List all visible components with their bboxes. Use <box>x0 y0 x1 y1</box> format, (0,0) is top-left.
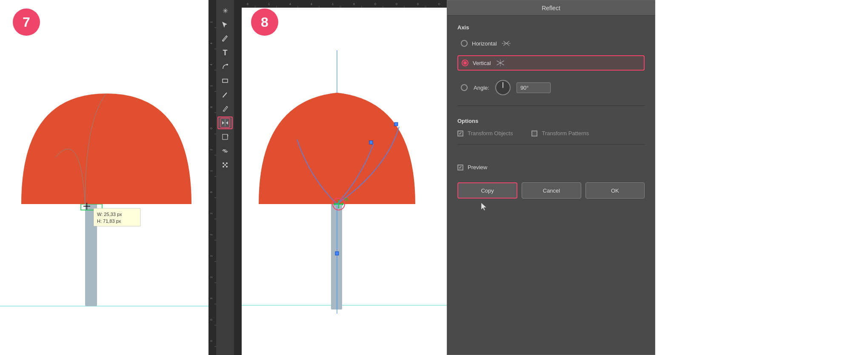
tool-pen[interactable] <box>217 18 233 31</box>
transform-patterns-label: Transform Patterns <box>542 130 589 136</box>
reflect-dialog: Reflect Axis Horizontal Vertical <box>447 0 655 355</box>
svg-point-51 <box>224 164 226 166</box>
svg-text:1: 1 <box>210 21 213 23</box>
svg-text:1: 1 <box>210 85 213 87</box>
angle-radio[interactable] <box>461 84 468 91</box>
svg-text:6: 6 <box>210 191 213 193</box>
svg-text:2: 2 <box>210 234 213 236</box>
preview-checkbox[interactable] <box>457 165 463 170</box>
tool-asterisk[interactable]: ✳ <box>217 4 233 17</box>
svg-text:0: 0 <box>374 3 376 6</box>
svg-text:3: 3 <box>210 298 213 299</box>
svg-rect-9 <box>208 6 216 355</box>
step8-badge: 8 <box>251 9 278 36</box>
svg-text:W: 25,33 px: W: 25,33 px <box>97 212 122 217</box>
angle-dial[interactable] <box>495 80 511 95</box>
tool-list: ✳ T <box>217 2 233 171</box>
svg-text:2: 2 <box>210 255 213 257</box>
angle-input[interactable] <box>517 82 551 93</box>
svg-text:0: 0 <box>396 3 397 6</box>
tool-curve[interactable] <box>217 60 233 73</box>
tool-warp[interactable] <box>217 145 233 157</box>
svg-point-50 <box>226 166 228 168</box>
horizontal-radio[interactable] <box>461 40 468 47</box>
transform-patterns-checkbox[interactable] <box>531 131 537 136</box>
svg-text:0: 0 <box>210 128 213 129</box>
transform-objects-row: Transform Objects Transform Patterns <box>457 130 645 136</box>
dialog-title: Reflect <box>542 5 560 11</box>
svg-text:H: 71,83 px: H: 71,83 px <box>97 219 121 224</box>
step7-canvas: W: 25,33 px H: 71,83 px <box>0 0 208 355</box>
horizontal-radio-row[interactable]: Horizontal <box>457 37 645 50</box>
svg-text:2: 2 <box>210 276 213 278</box>
svg-point-42 <box>226 64 228 65</box>
copy-button[interactable]: Copy <box>457 182 517 199</box>
svg-text:1: 1 <box>210 170 213 172</box>
options-section-label: Options <box>457 118 645 124</box>
tool-rotate[interactable] <box>217 131 233 143</box>
vertical-radio[interactable] <box>462 60 468 66</box>
preview-label: Preview <box>468 164 487 170</box>
svg-rect-76 <box>369 141 373 144</box>
svg-text:2: 2 <box>210 149 213 151</box>
svg-text:0: 0 <box>210 340 213 342</box>
svg-text:1: 1 <box>268 3 270 6</box>
svg-rect-77 <box>335 252 339 255</box>
vertical-radio-row[interactable]: Vertical <box>457 55 645 71</box>
angle-row: Angle: <box>457 77 645 98</box>
svg-rect-73 <box>331 203 342 310</box>
svg-text:4: 4 <box>289 3 291 6</box>
svg-point-49 <box>223 166 224 168</box>
svg-text:8: 8 <box>247 3 248 6</box>
tool-text[interactable]: T <box>217 46 233 59</box>
svg-text:0: 0 <box>417 3 419 6</box>
options-section: Options Transform Objects Transform Patt… <box>457 118 645 136</box>
step8-canvas: th <box>242 8 447 355</box>
section-divider <box>457 105 645 106</box>
ok-button[interactable]: OK <box>585 182 645 199</box>
vertical-reflect-icon <box>495 59 505 67</box>
tool-scatter[interactable] <box>217 159 233 171</box>
dialog-titlebar: Reflect <box>447 0 655 16</box>
svg-text:4: 4 <box>210 43 213 44</box>
svg-text:th: th <box>345 197 348 202</box>
svg-text:0: 0 <box>438 3 440 6</box>
tool-rectangle[interactable] <box>217 74 233 87</box>
svg-rect-45 <box>223 134 228 139</box>
svg-text:4: 4 <box>210 64 213 65</box>
dialog-body: Axis Horizontal Vertical <box>447 16 655 355</box>
tool-pencil2[interactable] <box>217 102 233 115</box>
horizontal-label: Horizontal <box>472 40 497 47</box>
tool-reflect[interactable] <box>217 116 233 129</box>
angle-label: Angle: <box>474 85 489 91</box>
svg-text:4: 4 <box>311 3 312 6</box>
svg-point-48 <box>226 162 228 164</box>
horizontal-reflect-icon <box>501 39 511 48</box>
svg-text:8: 8 <box>210 106 213 108</box>
cancel-button[interactable]: Cancel <box>522 182 581 199</box>
options-divider <box>457 144 645 145</box>
axis-section-label: Axis <box>457 24 645 31</box>
transform-objects-checkbox[interactable] <box>457 131 463 136</box>
svg-rect-75 <box>394 122 398 126</box>
dialog-buttons: Copy Cancel OK <box>457 182 645 199</box>
svg-text:1: 1 <box>332 3 334 6</box>
vertical-label: Vertical <box>473 60 491 66</box>
preview-row: Preview <box>457 164 645 170</box>
svg-text:8: 8 <box>353 3 355 6</box>
tool-pencil[interactable] <box>217 32 233 45</box>
svg-text:2: 2 <box>210 213 213 214</box>
svg-point-47 <box>223 162 224 164</box>
cursor-icon <box>480 202 488 212</box>
toolbar-panel: 1 4 4 1 8 0 2 1 6 2 2 2 2 3 0 0 <box>208 0 234 355</box>
step8-panel: 8 8 1 4 4 1 8 0 0 0 0 <box>234 0 447 355</box>
svg-rect-43 <box>223 79 228 82</box>
svg-text:0: 0 <box>210 319 213 321</box>
step7-badge: 7 <box>13 9 40 36</box>
transform-objects-label: Transform Objects <box>468 130 513 136</box>
tool-brush[interactable] <box>217 88 233 101</box>
step7-panel: 7 W: 25,33 px H: 71,83 px <box>0 0 208 355</box>
